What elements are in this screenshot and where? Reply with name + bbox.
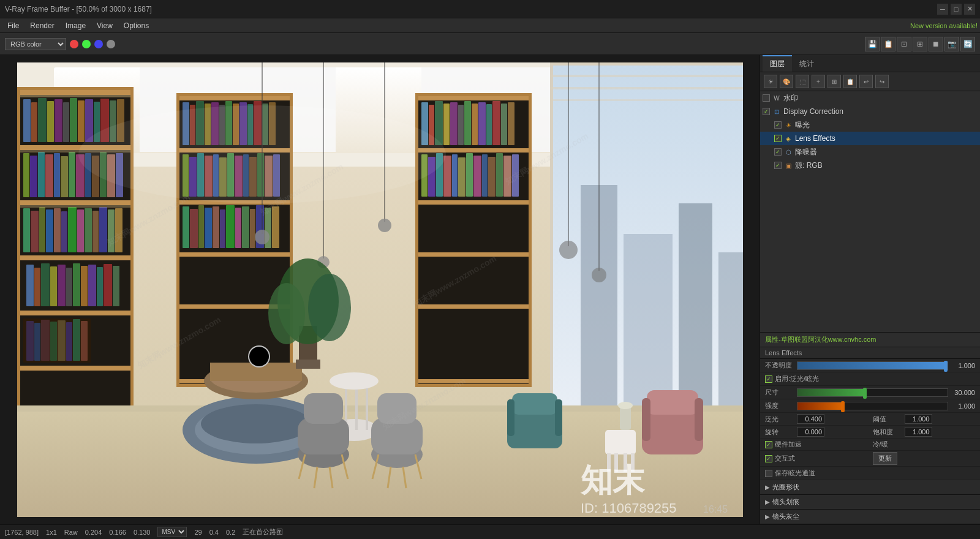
threshold-input[interactable]	[905, 414, 932, 424]
menu-file[interactable]: File	[2, 20, 24, 31]
mode-select[interactable]: MSV	[157, 527, 187, 537]
undo-button[interactable]: ↩	[859, 75, 873, 88]
svg-point-214	[378, 219, 391, 232]
layer-item-watermark[interactable]: W 水印	[760, 91, 980, 105]
opacity-slider[interactable]	[797, 361, 948, 370]
svg-rect-20	[70, 98, 77, 142]
layer-label-rgb: 源: RGB	[795, 160, 978, 171]
svg-point-210	[255, 230, 270, 244]
toolbar-right: 💾 📋 ⊡ ⊞ ⏹ 📷 🔄	[860, 37, 975, 51]
sun-tool-button[interactable]: ☀	[764, 75, 777, 88]
hw-accel-checkbox[interactable]: ✓	[765, 441, 772, 448]
layer-item-source-rgb[interactable]: ✓ ▣ 源: RGB	[760, 159, 980, 172]
save-icon-button[interactable]: 💾	[865, 37, 880, 51]
svg-rect-112	[190, 209, 198, 248]
section-lens-dust[interactable]: ▶ 镜头灰尘	[760, 510, 980, 524]
saturation-input[interactable]	[905, 427, 932, 437]
red-channel-dot[interactable]	[70, 40, 78, 48]
rotation-input[interactable]	[797, 427, 824, 437]
enable-glow-checkbox[interactable]: ✓	[765, 375, 772, 383]
layer-checkbox-exposure[interactable]: ✓	[774, 121, 782, 129]
color-tool-button[interactable]: 🎨	[780, 75, 793, 88]
svg-rect-73	[81, 321, 88, 361]
layer-checkbox-watermark[interactable]	[763, 94, 770, 102]
cool-col: 冷/暖	[873, 440, 976, 449]
green-channel-dot[interactable]	[82, 40, 91, 48]
tab-stats[interactable]: 统计	[792, 56, 821, 72]
svg-text:ID: 1106789255: ID: 1106789255	[581, 500, 677, 516]
strength-slider-thumb[interactable]	[841, 401, 845, 412]
strength-row: 强度 1.000	[760, 399, 980, 413]
layer-checkbox-dc[interactable]: ✓	[763, 108, 770, 115]
rotation-col: 旋转	[765, 427, 868, 437]
section-lens-flare[interactable]: ▶ 镜头划痕	[760, 495, 980, 510]
layer-checkbox-lens[interactable]: ✓	[774, 135, 782, 142]
refresh-button[interactable]: 🔄	[960, 37, 975, 51]
section-glow-shape[interactable]: ▶ 光圈形状	[760, 480, 980, 495]
menu-view[interactable]: View	[92, 20, 118, 31]
svg-rect-117	[226, 205, 235, 248]
menu-image[interactable]: Image	[61, 20, 91, 31]
size-slider-thumb[interactable]	[863, 388, 867, 399]
svg-rect-19	[63, 102, 69, 142]
copy-layer-button[interactable]: ⬚	[796, 75, 809, 88]
r-value: 0.204	[85, 529, 102, 536]
render-region-button[interactable]: ⊡	[897, 37, 911, 51]
camera-button[interactable]: 📷	[944, 37, 959, 51]
svg-rect-168	[550, 99, 743, 101]
close-button[interactable]: ✕	[964, 4, 975, 15]
size-value: 30.000	[951, 389, 975, 396]
layer-tool-3[interactable]: ⊞	[827, 75, 841, 88]
svg-rect-57	[58, 265, 66, 306]
right-panel: 图层 统计 ☀ 🎨 ⬚ + ⊞ 📋 ↩ ↪ W 水印 ✓ ⊡	[760, 55, 980, 524]
copy-icon-button[interactable]: 📋	[881, 37, 895, 51]
interactive-checkbox[interactable]: ✓	[765, 455, 772, 462]
color-mode-select[interactable]: RGB color	[5, 38, 66, 50]
alpha-channel-dot[interactable]	[107, 40, 115, 48]
svg-rect-11	[20, 311, 130, 315]
layer-checkbox-denoiser[interactable]: ✓	[774, 148, 782, 156]
layer-icon-exposure: ☀	[783, 120, 793, 130]
minimize-button[interactable]: ─	[937, 4, 948, 15]
coords-display: [1762, 988]	[5, 529, 39, 536]
svg-rect-202	[642, 398, 650, 441]
more-button[interactable]: 更新	[873, 452, 897, 465]
size-slider[interactable]	[797, 388, 948, 397]
new-version-notice: New version available!	[910, 22, 978, 29]
menu-render[interactable]: Render	[25, 20, 59, 31]
tab-layers[interactable]: 图层	[763, 55, 792, 72]
opacity-slider-thumb[interactable]	[944, 361, 948, 372]
svg-rect-49	[92, 211, 99, 252]
layer-label-denoiser: 降噪器	[795, 147, 978, 157]
svg-rect-59	[73, 263, 80, 306]
interactive-label: 交互式	[775, 454, 804, 463]
svg-rect-136	[450, 102, 458, 145]
layer-item-display-correction[interactable]: ✓ ⊡ Display Correction	[760, 105, 980, 118]
svg-rect-128	[418, 200, 529, 205]
save-glow-checkbox[interactable]	[765, 470, 772, 477]
stop-button[interactable]: ⏹	[929, 37, 943, 51]
strength-slider[interactable]	[797, 402, 948, 410]
layer-item-exposure[interactable]: ✓ ☀ 曝光	[760, 118, 980, 132]
title-bar: V-Ray Frame Buffer - [50.0% of 3000 x 16…	[0, 0, 980, 18]
scene-svg: 知末网www.znzmo.com 知末网www.znzmo.com 知末网www…	[17, 62, 743, 517]
compare-button[interactable]: ⊞	[913, 37, 927, 51]
svg-rect-33	[69, 152, 75, 197]
svg-rect-30	[45, 154, 53, 197]
layer-item-denoiser[interactable]: ✓ ⬡ 降噪器	[760, 145, 980, 159]
svg-rect-45	[61, 211, 67, 252]
glow-input[interactable]	[797, 414, 824, 424]
svg-rect-79	[179, 96, 290, 100]
blue-channel-dot[interactable]	[94, 40, 103, 48]
maximize-button[interactable]: □	[951, 4, 962, 15]
layer-checkbox-rgb[interactable]: ✓	[774, 162, 782, 169]
menu-options[interactable]: Options	[119, 20, 154, 31]
svg-rect-118	[235, 208, 241, 248]
add-layer-button[interactable]: +	[812, 75, 825, 88]
layer-item-lens-effects[interactable]: ✓ ◈ Lens Effects	[760, 132, 980, 145]
svg-rect-58	[66, 268, 72, 306]
redo-button[interactable]: ↪	[875, 75, 889, 88]
svg-point-218	[592, 268, 606, 282]
layer-tool-4[interactable]: 📋	[843, 75, 857, 88]
svg-rect-159	[550, 62, 553, 405]
